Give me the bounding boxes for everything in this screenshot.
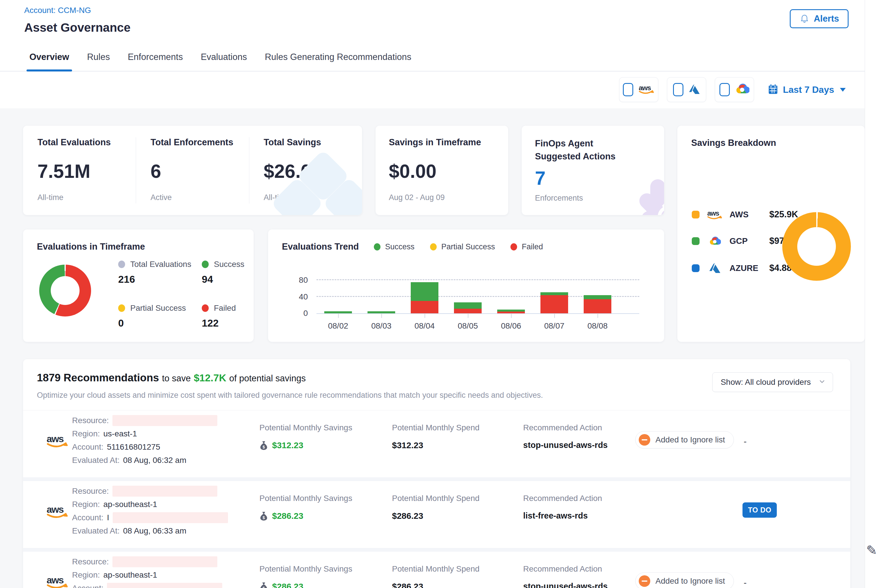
tab-bar: OverviewRulesEnforcementsEvaluationsRule… [0, 43, 865, 72]
legend-value: 94 [202, 273, 260, 285]
card-title: FinOps Agent Suggested Actions [535, 137, 630, 163]
trend-legend-failed: Failed [510, 242, 543, 251]
actions-dash: - [744, 578, 747, 588]
filter-chip-aws[interactable]: aws [619, 77, 658, 102]
feedback-pencil-icon[interactable]: ✎ [866, 543, 878, 558]
row-separator [23, 477, 850, 481]
legend-dot [692, 211, 699, 219]
page-title: Asset Governance [24, 21, 865, 34]
column-label: Potential Monthly Spend [392, 494, 480, 503]
column-label: Potential Monthly Spend [392, 564, 480, 574]
filter-chip-gcp[interactable] [715, 77, 754, 102]
legend-label: Failed [522, 242, 543, 251]
pill-label: Added to Ignore list [656, 576, 725, 586]
stat-value: 6 [150, 160, 234, 182]
legend-label: Partial Success [441, 242, 495, 251]
added-to-ignore-pill[interactable]: Added to Ignore list [635, 572, 734, 588]
gcp-logo-icon [705, 236, 724, 246]
gcp-checkbox[interactable] [719, 83, 730, 96]
decorative-diamonds [278, 158, 362, 215]
evaluated-line: Evaluated At:08 Aug, 06:32 am [72, 454, 218, 467]
recommendations-list: awsResource:Region:us-east-1Account:5116… [23, 410, 850, 588]
recommendations-save-amount: $12.7K [194, 372, 226, 383]
bar-group-08-05 [446, 275, 489, 313]
gcp-logo-icon [734, 83, 749, 96]
minus-circle-icon [639, 575, 650, 587]
chevron-down-icon [818, 378, 826, 387]
tab-overview[interactable]: Overview [29, 43, 70, 71]
legend-item-total-evaluations: Total Evaluations216 [118, 260, 193, 285]
svg-text:$: $ [262, 445, 265, 449]
savings-breakdown-donut [782, 212, 851, 281]
account-link[interactable]: Account: CCM-NG [24, 6, 91, 15]
todo-badge[interactable]: TO DO [742, 502, 777, 518]
main-area: Total Evaluations7.51MAll-timeTotal Enfo… [0, 108, 865, 588]
stacked-bar [540, 292, 568, 313]
x-axis-label: 08/06 [489, 321, 532, 331]
stat-total-evaluations: Total Evaluations7.51MAll-time [23, 137, 136, 204]
added-to-ignore-pill[interactable]: Added to Ignore list [635, 431, 734, 448]
breakdown-legend-aws: awsAWS$25.9K [692, 209, 798, 220]
card-title: Savings in Timeframe [389, 137, 495, 148]
page-header: Account: CCM-NG Asset Governance Alerts [0, 0, 865, 43]
legend-label: Success [385, 242, 414, 251]
aws-logo-icon: aws [705, 210, 724, 220]
evaluated-line: Evaluated At:08 Aug, 06:33 am [72, 524, 228, 537]
region-label: Region: [72, 570, 100, 580]
azure-logo-icon [705, 262, 724, 274]
recommended-action-value: stop-unused-aws-rds [523, 582, 608, 588]
x-axis-label: 08/05 [446, 321, 489, 331]
card-title: Savings Breakdown [691, 138, 851, 148]
region-line: Region:ap-southeast-1 [72, 568, 222, 582]
cloud-provider-filter-dropdown[interactable]: Show: All cloud providers [712, 372, 833, 392]
tab-enforcements[interactable]: Enforcements [127, 43, 183, 71]
filter-chip-azure[interactable] [667, 77, 706, 102]
recommendations-save-suffix: of potential savings [229, 373, 306, 383]
legend-label: Total Evaluations [130, 260, 191, 269]
x-axis-tick [338, 314, 339, 318]
account-line: Account:511616801275 [72, 440, 218, 454]
account-redacted-bar [107, 583, 222, 588]
region-value: ap-southeast-1 [104, 500, 158, 509]
monthly-savings-value: $$286.23 [260, 511, 352, 521]
breakdown-legend-azure: AZURE$4.88 [692, 262, 798, 274]
tab-rules-generating-recommendations[interactable]: Rules Generating Recommendations [264, 43, 412, 71]
evaluated-at-value: 08 Aug, 06:32 am [123, 456, 186, 465]
date-range-picker[interactable]: Last 7 Days [767, 83, 846, 96]
svg-text:aws: aws [707, 210, 719, 217]
x-axis-label: 08/04 [403, 321, 446, 331]
finops-actions-value: 7 [535, 167, 651, 189]
column-label: Recommended Action [523, 494, 602, 503]
savings-timeframe-value: $0.00 [389, 160, 495, 182]
potential-monthly-spend-column: Potential Monthly Spend$286.23 [392, 564, 480, 588]
card-title: Evaluations in Timeframe [37, 242, 240, 252]
bar-segment-success [540, 292, 568, 295]
legend-dot [692, 264, 699, 272]
region-label: Region: [72, 500, 100, 509]
x-axis-label: 08/02 [316, 321, 360, 331]
recommendations-subtitle: Optimize your cloud assets and minimize … [37, 391, 837, 400]
recommendation-row: awsResource:Region:ap-southeast-1Account… [23, 481, 850, 548]
aws-checkbox[interactable] [623, 83, 633, 96]
tab-evaluations[interactable]: Evaluations [200, 43, 247, 71]
alerts-button-label: Alerts [814, 14, 839, 24]
savings-breakdown-legend: awsAWS$25.9KGCP$97.19AZURE$4.88 [692, 209, 798, 274]
column-label: Recommended Action [523, 564, 608, 574]
filter-row: aws Last 7 Days [0, 72, 865, 108]
azure-checkbox[interactable] [673, 83, 683, 96]
column-label: Potential Monthly Savings [260, 423, 352, 432]
x-axis-tick [511, 314, 512, 318]
aws-logo: aws [45, 575, 69, 588]
legend-dot [430, 243, 436, 250]
x-axis-tick [554, 314, 555, 318]
stat-title: Total Evaluations [38, 137, 122, 148]
tab-rules[interactable]: Rules [87, 43, 110, 71]
resource-redacted-bar [112, 486, 218, 496]
region-line: Region:ap-southeast-1 [72, 498, 228, 511]
alerts-button[interactable]: Alerts [790, 9, 849, 28]
evaluations-timeframe-card: Evaluations in Timeframe Total Evaluatio… [23, 230, 254, 342]
aws-logo: aws [45, 504, 69, 520]
trend-legend: SuccessPartial SuccessFailed [374, 242, 543, 251]
resource-redacted-bar [112, 556, 218, 567]
savings-timeframe-card: Savings in Timeframe $0.00 Aug 02 - Aug … [376, 126, 508, 215]
